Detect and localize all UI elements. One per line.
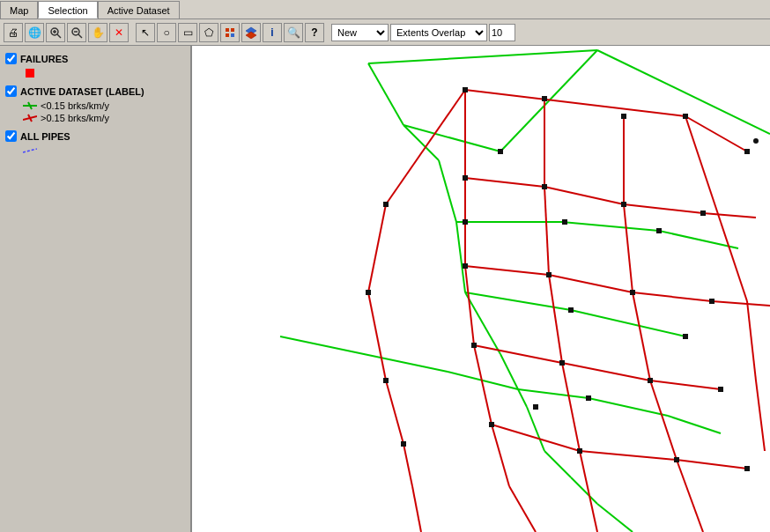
svg-marker-12	[246, 32, 256, 39]
polygon-button[interactable]: ⬠	[199, 23, 218, 42]
all-pipes-label: ALL PIPES	[20, 131, 70, 142]
tabs-bar: Map Selection Active Dataset	[0, 0, 770, 19]
toolbar: 🖨 🌐 ✋ ✕ ↖ ○ ▭ ⬠	[0, 19, 770, 46]
svg-rect-7	[226, 28, 229, 32]
globe-button[interactable]: 🌐	[25, 23, 44, 42]
failures-label: FAILURES	[20, 54, 68, 64]
svg-rect-106	[383, 202, 389, 207]
svg-line-17	[23, 149, 37, 152]
active-dataset-legend-item: ACTIVE DATASET (LABEL)	[5, 85, 185, 97]
all-pipes-icon	[23, 145, 37, 156]
tab-map[interactable]: Map	[0, 1, 38, 18]
low-rate-label: <0.15 brks/km/y	[41, 100, 109, 111]
rectangle-button[interactable]: ▭	[178, 23, 197, 42]
active-dataset-label: ACTIVE DATASET (LABEL)	[20, 86, 144, 97]
help-button[interactable]: ?	[305, 23, 324, 42]
layers-icon	[245, 26, 257, 39]
high-failure-rate-item: >0.15 brks/km/y	[23, 113, 185, 123]
svg-rect-116	[533, 404, 538, 410]
high-rate-label: >0.15 brks/km/y	[41, 113, 109, 123]
map-area[interactable]	[192, 46, 770, 532]
number-input[interactable]	[489, 24, 515, 41]
svg-rect-95	[577, 448, 582, 454]
svg-rect-9	[226, 33, 229, 37]
svg-rect-94	[489, 422, 494, 427]
svg-rect-85	[542, 184, 547, 189]
low-rate-icon	[23, 100, 37, 111]
svg-rect-117	[586, 395, 591, 401]
all-pipes-line-icon	[23, 145, 37, 156]
svg-rect-103	[709, 299, 714, 304]
svg-rect-108	[383, 378, 389, 383]
separator-1	[130, 24, 134, 41]
tab-selection[interactable]: Selection	[38, 1, 97, 18]
svg-rect-87	[463, 175, 468, 181]
svg-rect-86	[621, 202, 626, 207]
arrow-button[interactable]: ↖	[136, 23, 155, 42]
separator-2	[326, 24, 329, 41]
zoom-out-icon	[70, 26, 83, 39]
svg-rect-104	[718, 387, 723, 392]
pan-button[interactable]: ✋	[88, 23, 107, 42]
svg-rect-112	[656, 228, 662, 233]
all-pipes-checkbox[interactable]	[5, 130, 17, 142]
new-select[interactable]: New	[331, 24, 389, 41]
svg-line-5	[78, 34, 82, 38]
failures-icon-row	[23, 68, 185, 78]
svg-rect-89	[546, 272, 552, 277]
find-button[interactable]: 🔍	[284, 23, 303, 42]
failures-symbol	[23, 68, 37, 78]
svg-rect-110	[498, 149, 503, 154]
map-canvas	[192, 46, 770, 532]
print-button[interactable]: 🖨	[4, 23, 23, 42]
svg-rect-109	[401, 441, 406, 447]
svg-rect-102	[700, 211, 706, 216]
high-rate-icon	[23, 113, 37, 123]
tab-active-dataset[interactable]: Active Dataset	[98, 1, 180, 18]
svg-rect-107	[366, 290, 371, 295]
svg-line-1	[57, 34, 61, 38]
svg-rect-8	[231, 28, 234, 32]
high-rate-line-icon	[23, 113, 37, 123]
svg-rect-10	[231, 33, 234, 37]
svg-rect-96	[674, 457, 679, 462]
svg-rect-113	[463, 219, 468, 225]
svg-rect-101	[621, 114, 626, 119]
circle-button[interactable]: ○	[157, 23, 176, 42]
svg-rect-98	[744, 149, 750, 154]
zoom-out-button[interactable]	[67, 23, 86, 42]
svg-rect-91	[471, 343, 477, 348]
zoom-in-button[interactable]	[46, 23, 65, 42]
layers-button[interactable]	[241, 23, 261, 42]
svg-rect-88	[463, 263, 468, 269]
low-rate-line-icon	[23, 100, 37, 111]
svg-rect-97	[683, 114, 688, 119]
svg-rect-115	[683, 334, 688, 339]
svg-point-118	[753, 138, 759, 144]
all-pipes-legend-item: ALL PIPES	[5, 130, 185, 142]
svg-rect-92	[559, 360, 565, 366]
failure-square-icon	[26, 69, 34, 78]
failures-checkbox[interactable]	[5, 53, 17, 64]
all-pipes-icon-row	[23, 145, 185, 156]
legend-panel: FAILURES ACTIVE DATASET (LABEL) <0.15 br…	[0, 46, 192, 532]
svg-rect-111	[562, 219, 567, 225]
svg-rect-114	[568, 307, 574, 313]
zoom-in-icon	[49, 26, 62, 39]
stop-button[interactable]: ✕	[109, 23, 129, 42]
low-failure-rate-item: <0.15 brks/km/y	[23, 100, 185, 111]
stack-icon	[224, 26, 236, 39]
svg-rect-90	[630, 290, 635, 295]
stack-button[interactable]	[220, 23, 240, 42]
svg-rect-100	[542, 96, 547, 101]
svg-rect-93	[648, 378, 653, 383]
extents-select[interactable]: Extents Overlap	[390, 24, 487, 41]
svg-rect-105	[744, 466, 750, 471]
svg-rect-99	[463, 87, 468, 92]
info-button[interactable]: i	[263, 23, 282, 42]
active-dataset-checkbox[interactable]	[5, 85, 17, 97]
main-content: FAILURES ACTIVE DATASET (LABEL) <0.15 br…	[0, 46, 770, 532]
failures-legend-item: FAILURES	[5, 53, 185, 64]
